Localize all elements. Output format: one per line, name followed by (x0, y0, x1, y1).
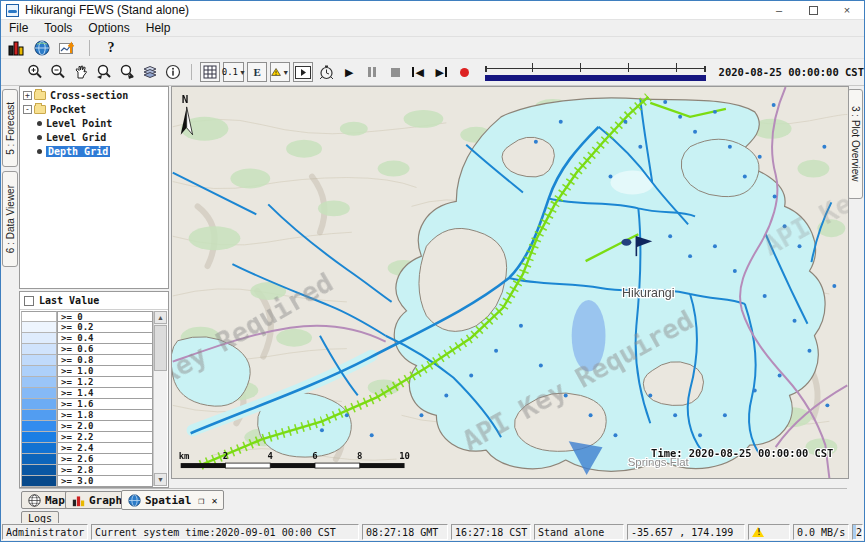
status-gmt-time: 08:27:18 GMT (362, 524, 448, 540)
legend-row[interactable]: >= 0.2 (21, 322, 153, 333)
contour-interval-dropdown[interactable]: 0.1 ▼ (223, 62, 244, 82)
map-viewport[interactable]: API Key Required API Key Required API Ke… (171, 86, 849, 479)
status-coordinates: -35.657 , 174.199 (627, 524, 745, 540)
legend-value: >= 0.8 (57, 355, 153, 366)
time-slider[interactable] (483, 62, 707, 82)
tab-plot-overview[interactable]: 3 : Plot Overview (847, 89, 863, 199)
left-dock-strip: 5 : Forecast 6 : Data Viewer (1, 86, 19, 488)
legend-row[interactable]: >= 0.8 (21, 355, 153, 366)
record-button[interactable] (454, 62, 474, 82)
zoom-previous-icon[interactable] (94, 62, 114, 82)
zoom-in-icon[interactable] (25, 62, 45, 82)
legend-row[interactable]: >= 0 (21, 311, 153, 322)
legend-row[interactable]: >= 1.4 (21, 388, 153, 399)
tree-item-level-point[interactable]: Level Point (20, 117, 168, 129)
layers-icon[interactable] (140, 62, 160, 82)
label-toggle-button[interactable]: E (247, 62, 267, 82)
legend-row[interactable]: >= 2.2 (21, 432, 153, 443)
tab-spatial[interactable]: Spatial ❐ ✕ (121, 490, 224, 510)
stop-button[interactable] (385, 62, 405, 82)
legend-swatch (21, 344, 57, 355)
toolbar-separator (191, 64, 192, 80)
scroll-thumb[interactable] (154, 325, 167, 371)
status-warning-cell[interactable] (748, 524, 790, 540)
legend-swatch (21, 476, 57, 487)
scroll-up-icon[interactable]: ▲ (154, 311, 167, 324)
skip-end-arrow: ▶ (435, 66, 443, 79)
tab-forecast[interactable]: 5 : Forecast (2, 89, 18, 167)
scale-tick: 2 (223, 451, 228, 461)
zoom-next-icon[interactable] (117, 62, 137, 82)
restore-pane-icon[interactable]: ❐ (198, 495, 204, 506)
close-button[interactable]: × (830, 1, 864, 19)
menu-file[interactable]: File (1, 21, 36, 35)
tree-item-cross-section[interactable]: + Cross-section (20, 89, 168, 101)
time-slider-range-bar[interactable] (485, 75, 705, 81)
tree-item-label: Level Point (46, 118, 112, 129)
scale-tick: 10 (399, 451, 410, 461)
timeseries-import-icon[interactable] (58, 38, 78, 58)
legend-row[interactable]: >= 2.0 (21, 421, 153, 432)
globe-icon[interactable] (32, 38, 52, 58)
legend-row[interactable]: >= 0.6 (21, 344, 153, 355)
tree-item-level-grid[interactable]: Level Grid (20, 131, 168, 143)
tab-graph[interactable]: Graph (65, 491, 129, 509)
legend-value: >= 0.6 (57, 344, 153, 355)
legend-row[interactable]: >= 1.8 (21, 410, 153, 421)
map-canvas[interactable]: API Key Required API Key Required API Ke… (172, 87, 848, 478)
legend-row[interactable]: >= 1.2 (21, 377, 153, 388)
legend-row[interactable]: >= 2.4 (21, 443, 153, 454)
help-button[interactable]: ? (101, 38, 121, 58)
folder-icon (34, 91, 46, 100)
legend-value: >= 1.2 (57, 377, 153, 388)
current-time-display: 2020-08-25 00:00:00 CST (719, 66, 864, 78)
menu-help[interactable]: Help (138, 21, 179, 35)
legend-swatch (21, 443, 57, 454)
status-local-time: 16:27:18 CST (451, 524, 531, 540)
pan-hand-icon[interactable] (71, 62, 91, 82)
menu-options[interactable]: Options (80, 21, 137, 35)
scale-tick: 6 (312, 451, 317, 461)
tree-item-depth-grid[interactable]: Depth Grid (20, 145, 168, 157)
last-value-checkbox[interactable] (24, 296, 34, 306)
legend-swatch (21, 322, 57, 333)
zoom-out-icon[interactable] (48, 62, 68, 82)
tab-plot-overview-label: 3 : Plot Overview (850, 106, 861, 182)
globe-icon (128, 494, 141, 507)
stop-icon (391, 68, 400, 77)
legend-row[interactable]: >= 2.6 (21, 454, 153, 465)
tab-map-label: Map (45, 494, 65, 507)
grid-display-button[interactable] (200, 62, 220, 82)
warning-icon (752, 527, 764, 537)
scroll-down-icon[interactable]: ▼ (154, 473, 167, 486)
info-icon[interactable] (163, 62, 183, 82)
legend-swatch (21, 432, 57, 443)
skip-start-button[interactable]: ◀ (408, 62, 428, 82)
skip-end-button[interactable]: ▶ (431, 62, 451, 82)
legend-row[interactable]: >= 1.6 (21, 399, 153, 410)
expand-icon[interactable]: + (23, 91, 32, 100)
warnings-dropdown[interactable]: ▼ (270, 62, 290, 82)
status-system-time: Current system time:2020-09-01 00:00 CST (91, 524, 359, 540)
close-pane-icon[interactable]: ✕ (211, 495, 217, 506)
skip-end-icon (445, 67, 447, 77)
pause-button[interactable] (362, 62, 382, 82)
legend-list: >= 0 >= 0.2 >= 0.4 >= 0.6 >= 0.8 >= 1.0 … (21, 311, 153, 487)
animation-button[interactable] (293, 62, 313, 82)
legend-row[interactable]: >= 0.4 (21, 333, 153, 344)
bar-chart-icon (72, 494, 85, 507)
explorer-bars-icon[interactable] (6, 38, 26, 58)
play-button[interactable]: ▶ (339, 62, 359, 82)
minimize-button[interactable]: – (762, 1, 796, 19)
legend-row[interactable]: >= 2.8 (21, 465, 153, 476)
globe-icon (28, 494, 41, 507)
tab-data-viewer[interactable]: 6 : Data Viewer (2, 171, 18, 267)
legend-scrollbar[interactable]: ▲ ▼ (153, 311, 167, 486)
maximize-button[interactable] (796, 1, 830, 19)
menu-tools[interactable]: Tools (36, 21, 80, 35)
tree-item-pocket[interactable]: - Pocket (20, 103, 168, 115)
collapse-icon[interactable]: - (23, 105, 32, 114)
legend-row[interactable]: >= 3.0 (21, 476, 153, 487)
legend-row[interactable]: >= 1.0 (21, 366, 153, 377)
timer-icon[interactable] (316, 62, 336, 82)
